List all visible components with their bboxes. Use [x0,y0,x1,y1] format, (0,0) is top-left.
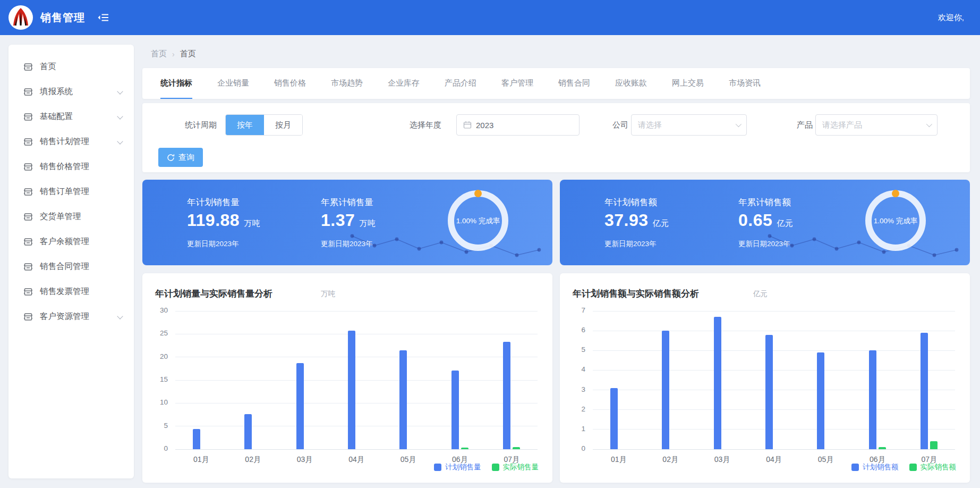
y-axis-tick-label: 7 [562,306,585,314]
bar[interactable] [714,317,721,449]
sidebar-item-customer-balance[interactable]: 客户余额管理 [8,229,134,254]
y-axis-tick-label: 4 [562,365,585,373]
bar[interactable] [451,371,459,449]
tab-market-trend[interactable]: 市场趋势 [331,68,363,99]
legend-item[interactable]: 计划销售量 [434,462,481,472]
completion-rate-text: 1.00% 完成率 [456,217,500,225]
bar[interactable] [244,414,252,449]
tab-sales-price[interactable]: 销售价格 [274,68,306,99]
sidebar-item-home[interactable]: 首页 [8,54,134,79]
breadcrumb-home[interactable]: 首页 [151,49,167,59]
y-axis-tick-label: 15 [144,375,168,383]
y-axis-tick-label: 6 [562,326,585,334]
bar-plot-area: 0123456701月02月03月04月05月06月07月 [593,311,955,449]
plan-amount-unit: 亿元 [653,218,669,228]
chevron-down-icon [117,313,123,319]
progress-dot [892,190,899,197]
by-year-button[interactable]: 按年 [226,115,264,135]
sidebar-item-customer-resource[interactable]: 客户资源管理 [8,304,134,329]
product-select[interactable]: 请选择产品 [815,114,938,136]
x-axis-tick-label: 03月 [714,455,730,465]
gridline [593,449,955,450]
tab-stats[interactable]: 统计指标 [160,68,192,99]
legend-marker [909,464,917,471]
tab-product-intro[interactable]: 产品介绍 [445,68,476,99]
bar[interactable] [503,342,510,449]
sidebar-item-sales-plan[interactable]: 销售计划管理 [8,129,134,154]
actual-amount-unit: 亿元 [777,218,793,228]
sidebar-item-label: 首页 [40,61,56,72]
x-axis-tick-label: 04月 [766,455,782,465]
y-axis-tick-label: 5 [562,346,585,354]
bar[interactable] [610,388,618,449]
chevron-down-icon [117,113,123,119]
tab-sales-contract[interactable]: 销售合同 [558,68,590,99]
plan-volume-update-date: 更新日期2023年 [187,239,239,249]
bar[interactable] [461,448,468,449]
actual-volume-title: 年累计销售量 [321,197,373,208]
form-icon [23,87,33,97]
tab-market-news[interactable]: 市场资讯 [729,68,761,99]
period-toggle: 按年 按月 [225,114,303,136]
year-label: 选择年度 [410,114,441,136]
breadcrumb: 首页 › 首页 [151,49,196,59]
bar[interactable] [296,363,304,449]
calendar-icon [463,121,472,129]
tab-customer-mgmt[interactable]: 客户管理 [501,68,533,99]
bar[interactable] [921,333,928,449]
y-axis-tick-label: 0 [144,444,168,452]
bar[interactable] [765,335,773,449]
tab-bar: 统计指标企业销量销售价格市场趋势企业库存产品介绍客户管理销售合同应收账款网上交易… [142,68,970,99]
bar[interactable] [662,331,669,449]
sidebar-item-base-config[interactable]: 基础配置 [8,104,134,129]
bar[interactable] [193,429,200,449]
y-axis-tick-label: 10 [144,398,168,406]
sidebar-item-report-system[interactable]: 填报系统 [8,79,134,104]
sidebar-item-label: 填报系统 [40,86,73,97]
legend-item[interactable]: 计划销售额 [851,462,899,472]
bar[interactable] [930,441,938,449]
sales-dashboard: 销售管理 欢迎你, 首页填报系统基础配置销售计划管理销售价格管理销售订单管理交货… [0,0,980,488]
bar[interactable] [348,331,355,449]
logo-icon [8,5,33,30]
sidebar-item-label: 销售计划管理 [40,136,89,147]
sidebar-item-sales-invoice[interactable]: 销售发票管理 [8,279,134,304]
tab-enterprise-inventory[interactable]: 企业库存 [388,68,420,99]
sidebar-item-label: 客户余额管理 [40,236,89,247]
sidebar-item-sales-contract[interactable]: 销售合同管理 [8,254,134,279]
company-select[interactable]: 请选择 [631,114,747,136]
sidebar-item-label: 销售发票管理 [40,286,89,297]
query-button-label: 查询 [178,153,194,163]
sidebar-item-sales-order[interactable]: 销售订单管理 [8,179,134,204]
tab-receivables[interactable]: 应收账款 [615,68,647,99]
legend-item[interactable]: 实际销售额 [909,462,957,472]
sidebar-item-label: 交货单管理 [40,211,81,222]
chart-title: 年计划销量与实际销售量分析 [155,288,272,300]
actual-amount-value: 0.65亿元 [738,211,793,230]
form-icon [23,187,33,197]
by-month-button[interactable]: 按月 [264,115,302,135]
sales-amount-summary-card: 年计划销售额 37.93亿元 更新日期2023年 年累计销售额 0.65亿元 更… [560,180,970,265]
gridline [593,331,955,331]
tab-enterprise-sales-volume[interactable]: 企业销量 [217,68,249,99]
bar[interactable] [869,350,876,449]
y-axis-tick-label: 20 [144,352,168,360]
menu-fold-icon[interactable] [97,13,109,22]
legend-item[interactable]: 实际销售量 [492,462,539,472]
bar[interactable] [817,352,824,449]
gridline [593,350,955,351]
bar[interactable] [513,447,520,449]
x-axis-tick-label: 04月 [348,455,364,465]
product-label: 产品 [797,114,813,136]
query-button[interactable]: 查询 [158,148,203,167]
bar[interactable] [879,447,886,449]
tab-online-trade[interactable]: 网上交易 [672,68,704,99]
x-axis-tick-label: 01月 [611,455,627,465]
sidebar-item-sales-price[interactable]: 销售价格管理 [8,154,134,179]
year-input[interactable]: 2023 [456,114,580,136]
plan-amount-value: 37.93亿元 [604,211,669,230]
gridline [593,370,955,371]
y-axis-tick-label: 1 [562,425,585,433]
bar[interactable] [399,350,407,449]
sidebar-item-delivery-order[interactable]: 交货单管理 [8,204,134,229]
